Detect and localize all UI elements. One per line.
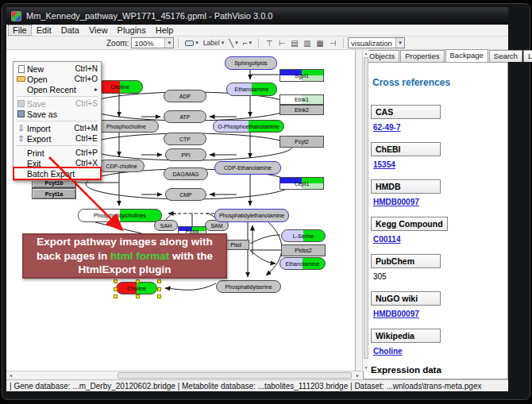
selection-handle[interactable] bbox=[114, 294, 118, 298]
selection-handle[interactable] bbox=[157, 294, 161, 298]
pathway-node-choline[interactable]: Choline bbox=[116, 282, 157, 294]
toolbar-separator bbox=[178, 38, 179, 48]
menubar-item-plugins[interactable]: Plugins bbox=[113, 25, 151, 36]
xref-link[interactable]: HMDB00097 bbox=[373, 310, 500, 318]
pathway-node-l-serine[interactable]: L-Serine bbox=[281, 229, 326, 242]
pathway-node-sgpl1[interactable]: Sgpl1 bbox=[279, 69, 324, 82]
xref-section-hmdb: HMDBHMDB00097 bbox=[371, 179, 500, 206]
selection-handle[interactable] bbox=[136, 294, 140, 298]
chevron-down-icon: ▾ bbox=[222, 40, 225, 46]
xref-link[interactable]: C00114 bbox=[373, 235, 500, 244]
file-menu-item-import[interactable]: ⇩ImportCtrl+M bbox=[14, 123, 100, 133]
scroll-left-icon[interactable]: ◂ bbox=[6, 371, 15, 379]
cross-references-list: CAS62-49-7ChEBI15354HMDBHMDB00097Kegg Co… bbox=[371, 104, 500, 356]
pathway-node-ethanolamine[interactable]: Ethanolamine bbox=[279, 257, 326, 270]
file-menu-item-export[interactable]: ⇧ExportCtrl+E bbox=[14, 133, 100, 144]
pathway-node-pcyt2[interactable]: Pcyt2 bbox=[279, 136, 324, 148]
pathway-node-etnk1[interactable]: Etnk1 bbox=[279, 94, 324, 105]
file-menu-item-open-recent[interactable]: Open Recent▸ bbox=[14, 84, 100, 94]
pathway-node-adp[interactable]: ADP bbox=[164, 90, 206, 102]
pathway-node-cept1[interactable]: Cept1 bbox=[279, 177, 324, 190]
pathway-node-cdp-choline[interactable]: CDP-choline bbox=[98, 160, 145, 172]
expression-data-heading: Expression data bbox=[371, 365, 500, 375]
tab-properties[interactable]: Properties bbox=[400, 50, 444, 62]
file-menu-item-save-as[interactable]: Save as bbox=[14, 109, 100, 119]
scroll-right-icon[interactable]: ▸ bbox=[353, 371, 362, 379]
pathway-node-atp[interactable]: ATP bbox=[164, 110, 206, 123]
app-icon bbox=[11, 11, 21, 21]
scroll-up-icon[interactable]: ▴ bbox=[363, 50, 369, 57]
xref-link[interactable]: HMDB00097 bbox=[373, 198, 500, 206]
selection-handle[interactable] bbox=[157, 287, 161, 291]
file-menu-item-exit[interactable]: ExitCtrl+X bbox=[14, 158, 100, 168]
label-tool-button[interactable]: Label ▾ bbox=[201, 37, 226, 49]
pathway-node-choline[interactable]: Choline bbox=[97, 80, 143, 94]
menubar-item-data[interactable]: Data bbox=[56, 25, 84, 36]
canvas-vertical-scrollbar[interactable]: ▴ ▾ bbox=[362, 50, 368, 371]
file-menu-item-new[interactable]: NewCtrl+N bbox=[14, 63, 100, 74]
file-menu-item-print[interactable]: PrintCtrl+P bbox=[14, 148, 100, 158]
pathway-node-o-phosphoethanolamine[interactable]: O-Phosphoethanolamine bbox=[213, 120, 284, 133]
file-menu-item-open[interactable]: OpenCtrl+O bbox=[14, 74, 100, 84]
xref-link[interactable]: Choline bbox=[373, 347, 500, 356]
stack-icon[interactable]: ⊣ bbox=[326, 37, 339, 49]
pathway-node-sah[interactable]: SAH bbox=[154, 220, 178, 231]
file-menu-item-batch-export[interactable]: Batch Export bbox=[14, 168, 100, 179]
toolbar-separator bbox=[343, 38, 344, 48]
selection-handle[interactable] bbox=[114, 287, 118, 291]
line-tool-button[interactable]: ╲ ▾ bbox=[226, 37, 241, 49]
menubar-item-file[interactable]: File bbox=[8, 25, 32, 36]
zoom-label: Zoom: bbox=[106, 39, 129, 48]
pathway-node-pcyt1a[interactable]: Pcyt1a bbox=[32, 188, 76, 199]
scroll-down-icon[interactable]: ▾ bbox=[363, 364, 369, 371]
chevron-down-icon[interactable]: ▾ bbox=[395, 38, 404, 48]
visualization-combobox[interactable]: visualization ▾ bbox=[348, 37, 405, 48]
pathway-node-ppi[interactable]: PPi bbox=[165, 148, 206, 161]
horizontal-scroll-thumb[interactable] bbox=[118, 372, 352, 379]
save-as-icon bbox=[15, 110, 27, 119]
xref-link[interactable]: 15354 bbox=[373, 160, 500, 169]
common-size-icon[interactable]: ▦ bbox=[314, 37, 326, 49]
app-content: FileEditDataViewPluginsHelp Zoom: 100% ▾… bbox=[6, 25, 508, 391]
menubar-item-help[interactable]: Help bbox=[151, 25, 179, 36]
pathway-node-ptdss2[interactable]: Ptdss2 bbox=[281, 244, 326, 256]
pathway-node-ethanolamine[interactable]: Ethanolamine bbox=[226, 83, 277, 96]
new-file-icon bbox=[15, 64, 27, 74]
gene-datanode-button[interactable]: ▾ bbox=[183, 37, 201, 49]
xref-link[interactable]: 62-49-7 bbox=[373, 123, 500, 132]
distribute-rows-icon[interactable]: ▤ bbox=[288, 37, 301, 49]
menubar-item-edit[interactable]: Edit bbox=[32, 25, 56, 36]
xref-section-kegg-compound: Kegg CompoundC00114 bbox=[371, 216, 500, 244]
vertical-scroll-thumb[interactable] bbox=[364, 57, 368, 359]
pathway-node-etnk2[interactable]: Etnk2 bbox=[279, 105, 324, 115]
pathway-node-phosphatidylethanolamine[interactable]: Phosphatidylethanolamine bbox=[214, 209, 289, 222]
distribute-columns-icon[interactable]: ▥ bbox=[301, 37, 314, 49]
file-menu-item-save[interactable]: SaveCtrl+S bbox=[14, 98, 100, 109]
pathway-node-phosphatidylserine[interactable]: Phosphatidylserine bbox=[216, 280, 281, 293]
connector-tool-button[interactable]: ⌐ ▾ bbox=[241, 37, 254, 49]
selection-handle[interactable] bbox=[114, 279, 118, 283]
xref-source-box: HMDB bbox=[371, 179, 441, 194]
selection-handle[interactable] bbox=[136, 279, 140, 283]
pathway-node-dag-mag[interactable]: DAG/MAG bbox=[164, 167, 208, 180]
pathway-node-phosphocholine[interactable]: Phosphocholine bbox=[94, 120, 159, 133]
label-tool-text: Label bbox=[203, 39, 220, 47]
menubar-item-view[interactable]: View bbox=[84, 25, 113, 36]
pathway-node-cmp[interactable]: CMP bbox=[165, 188, 206, 201]
selection-handle[interactable] bbox=[157, 279, 161, 283]
pathway-node-phosphatidylcholines[interactable]: Phosphatidylcholines bbox=[78, 209, 162, 222]
align-center-horizontal-icon[interactable]: ⊤ bbox=[263, 37, 276, 49]
canvas-horizontal-scrollbar[interactable]: ◂ ▸ bbox=[6, 371, 362, 379]
chevron-down-icon[interactable]: ▾ bbox=[164, 38, 173, 48]
pathway-node-cdp-ethanolamine[interactable]: CDP-Ethanolamine bbox=[214, 161, 281, 175]
tab-legend[interactable]: Legend bbox=[523, 50, 532, 62]
sidebar-tabs: ObjectsPropertiesBackpageSearchLegend bbox=[364, 50, 532, 62]
tab-objects[interactable]: Objects bbox=[364, 50, 399, 62]
zoom-combobox[interactable]: 100% ▾ bbox=[131, 37, 174, 48]
xref-value: 305 bbox=[373, 272, 500, 281]
tab-backpage[interactable]: Backpage bbox=[445, 49, 488, 62]
pathway-node-ctp[interactable]: CTP bbox=[164, 133, 206, 145]
align-center-vertical-icon[interactable]: ⊢ bbox=[276, 37, 288, 49]
tab-search[interactable]: Search bbox=[489, 50, 522, 62]
pathway-node-sphingolipids[interactable]: Sphingolipids bbox=[225, 56, 277, 70]
